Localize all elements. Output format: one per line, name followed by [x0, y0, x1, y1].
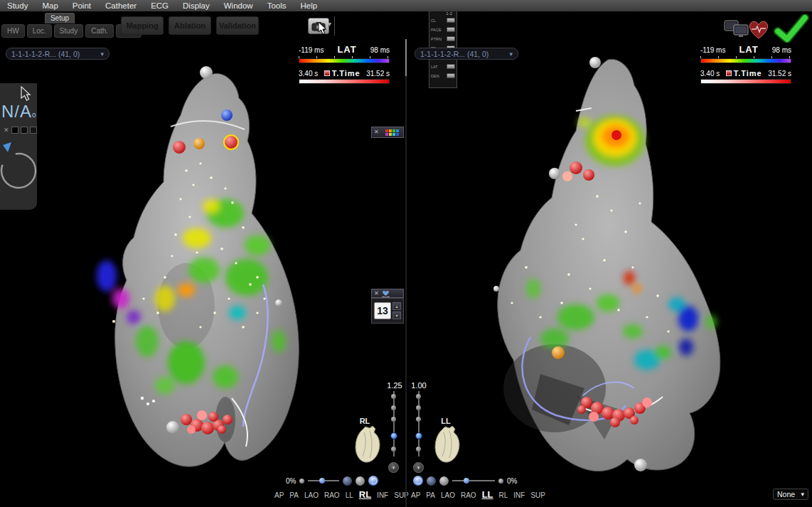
- lat-map-3d-left[interactable]: [80, 64, 336, 480]
- accept-check-icon[interactable]: [772, 14, 811, 43]
- overlay-selector-value: None: [777, 490, 795, 498]
- orientation-inf-left[interactable]: INF: [377, 491, 388, 499]
- menu-point[interactable]: Point: [73, 1, 91, 10]
- count-down-button[interactable]: ▾: [392, 311, 401, 319]
- menu-window[interactable]: Window: [224, 1, 253, 10]
- map-selector-left[interactable]: 1-1-1-1-2-R... (41, 0) ▾: [6, 48, 109, 60]
- menu-ecg[interactable]: ECG: [151, 1, 169, 10]
- orientation-sup-right[interactable]: SUP: [530, 491, 545, 499]
- zoom-slider-left[interactable]: [389, 391, 399, 459]
- mesh-sphere-icon[interactable]: [356, 476, 365, 486]
- lat-title-right: LAT: [739, 44, 758, 55]
- close-icon[interactable]: ✕: [374, 291, 379, 297]
- mouse-cursor: [318, 22, 327, 35]
- chevron-down-icon: ▾: [801, 491, 804, 498]
- zoom-slider-right-button[interactable]: ▾: [413, 462, 424, 473]
- lat-title-left: LAT: [337, 44, 356, 55]
- vis-label-den: DEN: [431, 74, 439, 78]
- mapping-button[interactable]: Mapping: [121, 16, 164, 35]
- heart-status-icon[interactable]: [748, 20, 769, 40]
- gain-slider-left[interactable]: [308, 480, 339, 481]
- lat-map-3d-right[interactable]: [469, 54, 741, 482]
- vis-label-cl: CL: [431, 18, 436, 23]
- tab-hw[interactable]: HW: [1, 24, 25, 38]
- orientation-ll-left[interactable]: LL: [346, 491, 353, 499]
- heart-orientation-icon-right[interactable]: [432, 425, 462, 465]
- point-count-value[interactable]: 13: [374, 302, 391, 319]
- vis-toggle-ptrn[interactable]: [447, 36, 455, 41]
- gain-knob[interactable]: [299, 479, 304, 484]
- zoom-slider-right[interactable]: [414, 391, 424, 459]
- menu-map[interactable]: Map: [42, 1, 58, 10]
- orientation-inf-right[interactable]: INF: [513, 491, 525, 499]
- count-up-button[interactable]: ▴: [392, 302, 401, 310]
- point-counter-panel: 13 ▴ ▾: [371, 298, 404, 324]
- validation-button[interactable]: Validation: [216, 16, 259, 35]
- vis-toggle-pace[interactable]: [447, 27, 455, 32]
- lat-max-right: 98 ms: [772, 46, 791, 54]
- orientation-rao-left[interactable]: RAO: [324, 491, 340, 499]
- vis-toggle-cl[interactable]: [447, 18, 455, 23]
- overlay-selector[interactable]: None ▾: [773, 489, 808, 500]
- orientation-ap-right[interactable]: AP: [411, 491, 420, 499]
- swatch-3[interactable]: [30, 127, 37, 134]
- heart-hand-icon: [381, 290, 390, 297]
- orientation-rl-right[interactable]: RL: [499, 491, 508, 499]
- ttime-max-right: 31.52 s: [768, 70, 791, 78]
- ablation-button[interactable]: Ablation: [169, 16, 211, 35]
- orientation-lao-right[interactable]: LAO: [441, 491, 455, 499]
- orientation-pa-left[interactable]: PA: [289, 491, 299, 499]
- gain-slider-right[interactable]: [452, 480, 495, 481]
- menu-display[interactable]: Display: [183, 1, 210, 10]
- zoom-slider-right-handle[interactable]: [415, 432, 422, 439]
- lat-colorbar-left[interactable]: [299, 58, 390, 63]
- gain-knob[interactable]: [498, 479, 503, 484]
- zoom-value-right: 1.00: [407, 381, 430, 390]
- snapshot-dropdown-chevron[interactable]: ▾: [328, 20, 331, 28]
- tab-study[interactable]: Study: [54, 24, 84, 38]
- gain-slider-right-handle[interactable]: [464, 478, 469, 484]
- menu-tools[interactable]: Tools: [267, 1, 287, 10]
- viewport-divider[interactable]: [405, 39, 407, 507]
- orientation-ll-right[interactable]: LL: [482, 489, 493, 500]
- menu-help[interactable]: Help: [301, 1, 318, 10]
- mesh-sphere-icon[interactable]: [439, 476, 449, 486]
- tab-setup[interactable]: Setup: [45, 13, 75, 23]
- orientation-rao-right[interactable]: RAO: [461, 491, 476, 499]
- map-sphere-icon[interactable]: [343, 476, 352, 486]
- zoom-slider-left-button[interactable]: ▾: [388, 462, 399, 473]
- pointer-tool-icon[interactable]: [20, 86, 31, 102]
- heart-orientation-icon-left[interactable]: [353, 425, 383, 465]
- chevron-down-icon: ▾: [100, 50, 104, 58]
- toolbar-separator: [334, 16, 335, 36]
- orientation-rl-left[interactable]: RL: [359, 489, 371, 500]
- lat-min-left: -119 ms: [299, 46, 324, 54]
- workstation-monitors-icon[interactable]: [724, 20, 749, 38]
- rotate-view-icon[interactable]: [413, 476, 423, 486]
- swatch-1[interactable]: [11, 127, 18, 134]
- pattern-grid-icon[interactable]: [385, 129, 399, 136]
- ttime-max-left: 31.52 s: [366, 70, 390, 78]
- lat-max-left: 98 ms: [370, 46, 390, 54]
- ttime-title-left: T.Time: [332, 69, 360, 78]
- gain-controls-left: 0%: [286, 475, 378, 486]
- vis-toggle-lat[interactable]: [447, 64, 455, 69]
- stage-buttons: Mapping Ablation Validation: [121, 16, 259, 35]
- menu-study[interactable]: Study: [7, 1, 28, 10]
- vis-label-ptrn: PTRN: [431, 37, 442, 41]
- orientation-selector-left: AP PA LAO RAO LL RL INF SUP: [274, 489, 409, 500]
- orientation-pa-right[interactable]: PA: [426, 491, 435, 499]
- orientation-ap-left[interactable]: AP: [274, 491, 284, 499]
- map-sphere-icon[interactable]: [427, 476, 436, 486]
- rotate-view-icon[interactable]: [368, 476, 378, 486]
- swatch-2[interactable]: [21, 127, 28, 134]
- menu-catheter[interactable]: Catheter: [105, 1, 137, 10]
- gain-slider-left-handle[interactable]: [319, 478, 325, 484]
- orientation-lao-left[interactable]: LAO: [304, 491, 319, 499]
- close-icon[interactable]: ✕: [374, 129, 379, 135]
- vis-toggle-den[interactable]: [447, 73, 455, 78]
- tab-loc[interactable]: Loc.: [27, 24, 52, 38]
- tab-cath[interactable]: Cath.: [85, 24, 114, 38]
- vis-label-lat: LAT: [431, 65, 438, 69]
- zoom-slider-left-handle[interactable]: [390, 432, 397, 439]
